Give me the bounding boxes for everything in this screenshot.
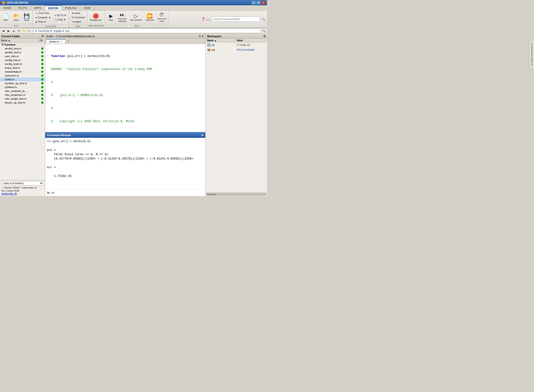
function-link[interactable]: norbs(orbs, N) xyxy=(1,192,43,195)
advance-button[interactable]: ⏩ Advance xyxy=(144,13,155,22)
address-search-button[interactable]: 🔍 xyxy=(262,29,266,33)
file-p2ntest[interactable]: p2Ntest.m xyxy=(0,85,45,89)
ws-col-val[interactable]: Value xyxy=(237,39,266,42)
new-button[interactable]: 📄 New xyxy=(1,13,11,22)
open-button[interactable]: 📂 Open xyxy=(11,13,21,22)
tab-home[interactable]: HOME xyxy=(0,5,15,10)
forward-button[interactable]: ▶ xyxy=(6,29,11,33)
find-button[interactable]: 🔍 Find ▼ xyxy=(53,18,68,22)
search-icon[interactable]: 🔍 xyxy=(261,17,265,21)
goto-button[interactable]: ↪ Go To ▼ xyxy=(53,13,68,17)
ws-scroll-thumb[interactable] xyxy=(207,194,216,196)
comment-button[interactable]: % Comment xyxy=(70,15,86,20)
breakpoints-button[interactable]: 🔴 Breakpoints xyxy=(88,13,103,22)
dot-config-test2 xyxy=(41,63,43,65)
workspace-options[interactable]: ⊙ xyxy=(263,35,266,38)
addr-test[interactable]: test xyxy=(65,29,70,32)
tab-apps[interactable]: APPS xyxy=(31,5,45,10)
find-files-button[interactable]: 🔍 Find Files xyxy=(34,11,52,15)
command-window-content[interactable]: >> [psi,err] = norbs(6,4) psi = Fermi St… xyxy=(45,138,205,189)
dot-rdm-single-test xyxy=(41,98,43,100)
file-kraus-test[interactable]: kraus_test.m xyxy=(0,66,45,70)
code-editor[interactable]: ▽ function [psi,err] = norbs(orbs,N) %NO… xyxy=(45,44,205,132)
code-text-6: % Copyright (c) 2008-2015, Christian B. … xyxy=(51,119,203,124)
file-config-test2[interactable]: config_test2.m xyxy=(0,62,45,66)
fold-1[interactable]: ▽ xyxy=(47,54,51,58)
cmd-prompt: >> xyxy=(51,191,55,195)
addr-matlab[interactable]: matlab xyxy=(53,29,61,32)
help-icon2[interactable]: 📖 xyxy=(206,17,210,21)
workspace-scrollbar[interactable] xyxy=(206,192,267,196)
tab-plots[interactable]: PLOTS xyxy=(15,5,31,10)
browse-button[interactable]: 📁 xyxy=(22,29,27,33)
save-button[interactable]: 💾 Save xyxy=(22,13,31,22)
close-button[interactable]: ✕ xyxy=(261,1,266,5)
ribbon-edit-content: ⊕ Insert % Comment ⇥ Indent xyxy=(70,11,86,24)
run-button[interactable]: ▶ Run xyxy=(106,13,116,22)
run-section-button[interactable]: ▷ Run Section xyxy=(129,13,143,22)
file-maxnorm[interactable]: maxnorm.m xyxy=(0,74,45,77)
find-files-label: Find Files xyxy=(39,12,49,14)
fname-rdm-single-test: rdm_single_test.m xyxy=(5,97,41,100)
help-icon1[interactable]: ❓ xyxy=(201,17,205,21)
ribbon-file-group: 📄 New 📂 Open 💾 Save FILE xyxy=(0,11,33,28)
refresh-button[interactable]: ⟳ xyxy=(17,29,21,33)
fold-3 xyxy=(47,80,51,84)
tab-view[interactable]: VIEW xyxy=(80,5,94,10)
file-maxlambda[interactable]: maxlambda.m xyxy=(0,70,45,74)
current-folder-options[interactable]: ⊙ xyxy=(41,35,43,38)
run-time-button[interactable]: ⏱ Run andTime xyxy=(156,11,167,23)
search-documentation-input[interactable] xyxy=(212,16,260,22)
run-group-label: RUN xyxy=(106,24,167,27)
indent-button[interactable]: ⇥ Indent xyxy=(70,20,86,24)
file-annihil-proj[interactable]: annihil_proj.m xyxy=(0,47,45,50)
insert-label: Insert xyxy=(74,12,80,14)
file-annihil-test[interactable]: annihil_test.m xyxy=(0,50,45,54)
ws-col-name[interactable]: Name ▲ xyxy=(207,39,237,42)
workspace-columns: Name ▲ Value xyxy=(206,39,267,42)
file-rdm-coulomb[interactable]: rdm_coulomb_te... xyxy=(0,89,45,93)
tab-add-button[interactable]: + xyxy=(65,39,71,44)
tab-editor[interactable]: EDITOR xyxy=(45,5,62,10)
maximize-button[interactable]: □ xyxy=(256,1,261,5)
editor-tabs: norbs.m ✕ + xyxy=(45,39,205,44)
navigate-group-label: NAVIGATE xyxy=(34,24,68,28)
ws-scroll-track[interactable] xyxy=(207,193,266,195)
col-git[interactable]: Git xyxy=(38,39,44,42)
fname-p2ntest: p2Ntest.m xyxy=(5,86,41,89)
addr-c[interactable]: C: xyxy=(32,29,34,32)
back-button[interactable]: ◀ xyxy=(1,29,5,33)
insert-button[interactable]: ⊕ Insert xyxy=(70,11,86,15)
fname-com-rdm: com_rdm.m xyxy=(5,55,41,58)
tab-norbs-close[interactable]: ✕ xyxy=(60,40,62,43)
file-tensor-op-test[interactable]: tensor_op_test.m xyxy=(0,101,45,105)
addr-fermifab[interactable]: FermiFab xyxy=(38,29,50,32)
ws-item-psi[interactable]: 📦 psi 15x1 fermistate xyxy=(206,47,267,52)
command-input[interactable] xyxy=(55,191,203,195)
minimize-button[interactable]: ─ xyxy=(252,1,256,5)
file-norbs[interactable]: norbs.m xyxy=(0,77,45,81)
editor-undock-button[interactable]: ⊙ xyxy=(199,35,201,38)
run-advance-button[interactable]: ⏭ Run andAdvance xyxy=(116,11,128,23)
indent-icon: ⇥ xyxy=(72,21,73,23)
fname-annihil-proj: annihil_proj.m xyxy=(5,47,41,50)
dot-tensor-op-test xyxy=(41,101,43,104)
fold-4 xyxy=(47,93,51,97)
file-number-op-test[interactable]: number_op_test.m xyxy=(0,81,45,85)
file-com-rdm[interactable]: com_rdm.m xyxy=(0,54,45,58)
file-rdm-projection[interactable]: rdm_projection.m xyxy=(0,93,45,97)
print-button[interactable]: 🖨 Print ▼ xyxy=(34,20,52,24)
command-window-options[interactable]: ⊙ xyxy=(201,134,203,137)
indent-label: Indent xyxy=(74,21,81,23)
editor-close-button[interactable]: ✕ xyxy=(202,35,204,38)
editor-tab-norbs[interactable]: norbs.m ✕ xyxy=(46,39,65,43)
tab-publish[interactable]: PUBLISH xyxy=(62,5,80,10)
up-button[interactable]: ▲ xyxy=(12,29,16,33)
dot-annihil-proj xyxy=(41,47,43,50)
ws-item-err[interactable]: 🔢 err 1.7316e-15 xyxy=(206,42,267,47)
function-selector[interactable]: norbs.m (Function) xyxy=(1,181,43,185)
file-rdm-single-test[interactable]: rdm_single_test.m xyxy=(0,97,45,101)
compare-button[interactable]: ⇔ Compare ▼ xyxy=(34,15,52,20)
col-name[interactable]: Name ▲ xyxy=(1,39,38,42)
file-config-test[interactable]: config_test.m xyxy=(0,58,45,62)
